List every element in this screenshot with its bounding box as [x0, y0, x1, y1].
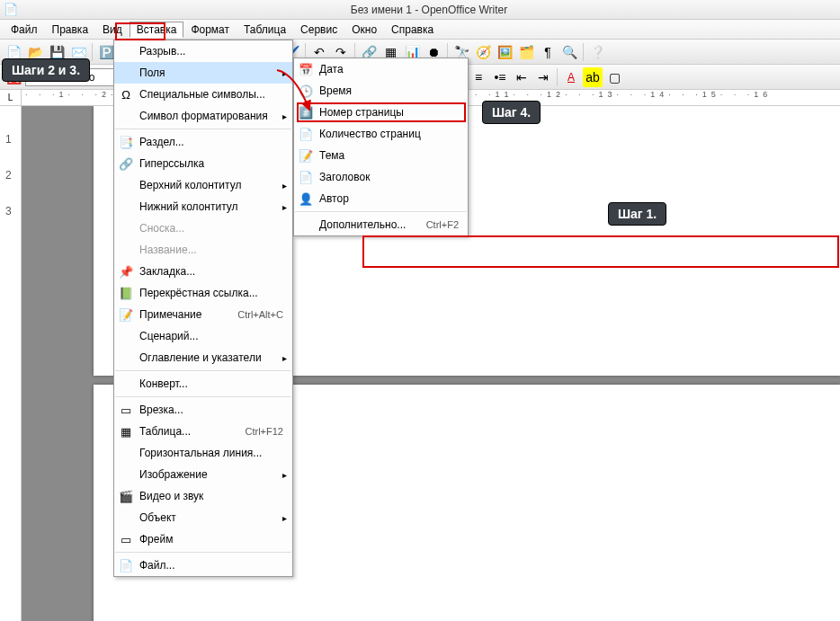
font-color-icon[interactable]: A [561, 67, 581, 87]
mi-float[interactable]: ▭Фрейм [114, 528, 292, 550]
separator [583, 43, 584, 61]
menu-format[interactable]: Формат [183, 22, 237, 38]
mi-time[interactable]: 🕒Время [294, 80, 468, 102]
menu-insert[interactable]: Вставка [130, 22, 184, 38]
highlight-icon[interactable]: ab [583, 67, 603, 87]
chevron-right-icon: ▸ [282, 353, 287, 363]
menu-table[interactable]: Таблица [237, 22, 293, 38]
menubar: Файл Правка Вид Вставка Формат Таблица С… [0, 20, 840, 40]
chevron-right-icon: ▸ [282, 181, 287, 191]
mi-hyperlink[interactable]: 🔗Гиперссылка [114, 153, 292, 174]
crossref-icon: 📗 [118, 287, 134, 300]
author-icon: 👤 [298, 192, 314, 206]
chevron-right-icon: ▸ [282, 513, 287, 523]
menu-edit[interactable]: Правка [45, 22, 96, 38]
zoom-icon[interactable]: 🔍 [559, 42, 579, 62]
separator [115, 552, 291, 553]
separator [92, 43, 93, 61]
navigator-icon[interactable]: 🧭 [473, 42, 493, 62]
mi-envelope[interactable]: Конверт... [114, 373, 292, 395]
fields-submenu: 📅Дата 🕒Время #️⃣Номер страницы 📄Количест… [293, 58, 469, 236]
mi-section[interactable]: 📑Раздел... [114, 131, 292, 153]
mi-fields[interactable]: Поля▸ [114, 62, 292, 84]
separator [115, 129, 291, 129]
page-count-icon: 📄 [298, 128, 314, 141]
section-icon: 📑 [118, 136, 134, 149]
app-icon: 📄 [4, 3, 18, 16]
mi-footnote: Сноска... [114, 217, 292, 239]
mi-media[interactable]: 🎬Видео и звук [114, 485, 292, 507]
mi-frame[interactable]: ▭Врезка... [114, 399, 292, 421]
separator [115, 396, 291, 397]
mi-object[interactable]: Объект▸ [114, 507, 292, 528]
hyperlink-icon: 🔗 [118, 157, 134, 171]
nonprinting-icon[interactable]: ¶ [538, 42, 558, 62]
file-icon: 📄 [118, 559, 134, 572]
mi-subject[interactable]: 📝Тема [294, 145, 468, 166]
sources-icon[interactable]: 🗂️ [516, 42, 536, 62]
mi-bookmark[interactable]: 📌Закладка... [114, 261, 292, 282]
subject-icon: 📝 [298, 149, 314, 163]
badge-step-4: Шаг 4. [482, 101, 541, 124]
mi-toc[interactable]: Оглавление и указатели▸ [114, 347, 292, 368]
numbering-icon[interactable]: ≡ [469, 67, 488, 87]
mi-file[interactable]: 📄Файл... [114, 554, 292, 576]
date-icon: 📅 [298, 63, 314, 76]
special-char-icon: Ω [118, 88, 134, 102]
mi-title[interactable]: 📄Заголовок [294, 166, 468, 188]
mi-date[interactable]: 📅Дата [294, 58, 468, 80]
menu-help[interactable]: Справка [384, 22, 441, 38]
badge-step-2-3: Шаги 2 и 3. [2, 58, 90, 82]
insert-menu: Разрыв... Поля▸ ΩСпециальные символы... … [113, 40, 293, 577]
menu-view[interactable]: Вид [95, 22, 130, 38]
menu-file[interactable]: Файл [4, 22, 45, 38]
mi-hr[interactable]: Горизонтальная линия... [114, 442, 292, 464]
chevron-right-icon: ▸ [282, 470, 287, 480]
window-title: Без имени 1 - OpenOffice Writer [22, 4, 836, 16]
note-icon: 📝 [118, 308, 134, 322]
title-icon: 📄 [298, 171, 314, 184]
page-number-icon: #️⃣ [298, 106, 314, 120]
menu-tools[interactable]: Сервис [293, 22, 344, 38]
mi-note[interactable]: 📝ПримечаниеCtrl+Alt+C [114, 304, 292, 325]
floating-frame-icon: ▭ [118, 533, 134, 546]
chevron-right-icon: ▸ [282, 202, 287, 212]
separator [115, 370, 291, 371]
mi-footer[interactable]: Нижний колонтитул▸ [114, 196, 292, 217]
table-icon: ▦ [118, 425, 134, 439]
badge-step-1: Шаг 1. [608, 202, 666, 226]
mi-caption: Название... [114, 239, 292, 261]
mi-more[interactable]: Дополнительно...Ctrl+F2 [294, 214, 468, 235]
menu-window[interactable]: Окно [344, 22, 384, 38]
mi-pagenumber[interactable]: #️⃣Номер страницы [294, 102, 468, 123]
ruler-corner: L [0, 90, 22, 105]
bgcolor-icon[interactable]: ▢ [604, 67, 624, 87]
mi-script[interactable]: Сценарий... [114, 325, 292, 347]
bookmark-icon: 📌 [118, 265, 134, 279]
chevron-right-icon: ▸ [282, 111, 287, 121]
mi-pagecount[interactable]: 📄Количество страниц [294, 123, 468, 145]
outdent-icon[interactable]: ⇤ [512, 67, 532, 87]
bullets-icon[interactable]: •≡ [490, 67, 510, 87]
mi-header[interactable]: Верхний колонтитул▸ [114, 174, 292, 196]
mi-crossref[interactable]: 📗Перекрёстная ссылка... [114, 282, 292, 304]
vertical-ruler[interactable]: 123 [0, 106, 22, 621]
mi-author[interactable]: 👤Автор [294, 188, 468, 209]
chevron-right-icon: ▸ [282, 68, 287, 78]
indent-icon[interactable]: ⇥ [533, 67, 553, 87]
help-icon[interactable]: ❔ [587, 42, 607, 62]
mi-table[interactable]: ▦Таблица...Ctrl+F12 [114, 421, 292, 442]
mi-break[interactable]: Разрыв... [114, 40, 292, 62]
gallery-icon[interactable]: 🖼️ [495, 42, 514, 62]
title-bar: 📄 Без имени 1 - OpenOffice Writer [0, 0, 840, 20]
time-icon: 🕒 [298, 84, 314, 98]
mi-fmark[interactable]: Символ форматирования▸ [114, 105, 292, 127]
mi-image[interactable]: Изображение▸ [114, 464, 292, 485]
media-icon: 🎬 [118, 490, 134, 503]
separator [295, 211, 467, 212]
mi-special[interactable]: ΩСпециальные символы... [114, 84, 292, 105]
frame-icon: ▭ [118, 404, 134, 417]
separator [557, 68, 558, 86]
